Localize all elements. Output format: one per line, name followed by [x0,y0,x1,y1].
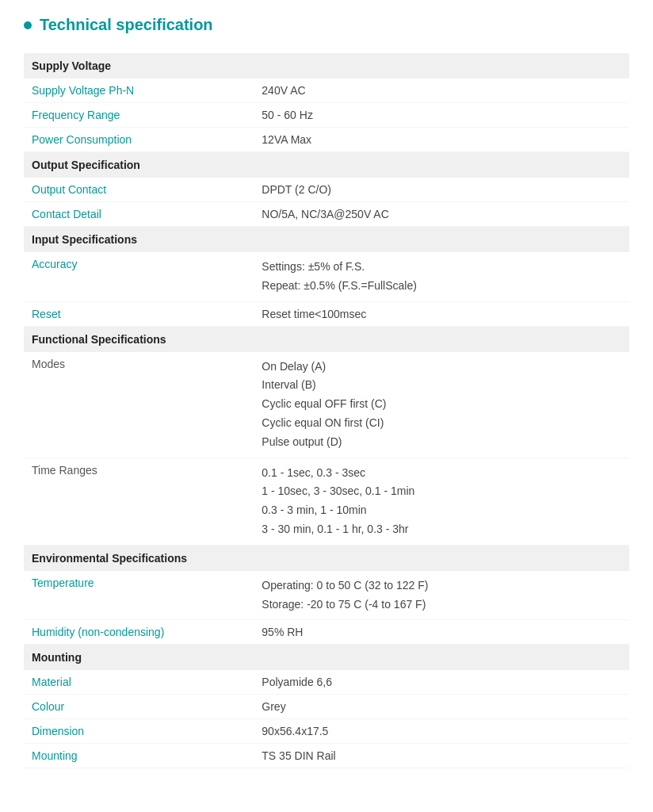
row-value-supply-voltage-2: 12VA Max [254,128,629,152]
row-label-output-specification-0: Output Contact [24,178,254,202]
value-line: Settings: ±5% of F.S. [262,258,621,277]
row-label-input-specifications-1: Reset [24,301,254,326]
section-header-supply-voltage: Supply Voltage [24,53,629,79]
row-label-environmental-specifications-1: Humidity (non-condensing) [24,620,254,645]
data-row-environmental-specifications-0: TemperatureOperating: 0 to 50 C (32 to 1… [24,571,629,620]
section-header-mounting: Mounting [24,645,629,671]
spec-table: Supply VoltageSupply Voltage Ph-N240V AC… [24,53,629,768]
row-label-supply-voltage-1: Frequency Range [24,103,254,128]
data-row-environmental-specifications-1: Humidity (non-condensing)95% RH [24,620,629,645]
section-header-environmental-specifications: Environmental Specifications [24,545,629,571]
row-value-input-specifications-1: Reset time<100msec [254,301,629,326]
section-header-output-specification: Output Specification [24,152,629,178]
row-value-mounting-1: Grey [254,695,629,719]
row-value-supply-voltage-0: 240V AC [254,79,629,103]
data-row-supply-voltage-1: Frequency Range50 - 60 Hz [24,103,629,128]
row-value-mounting-2: 90x56.4x17.5 [254,719,629,744]
row-label-mounting-3: Mounting [24,744,254,768]
row-value-mounting-3: TS 35 DIN Rail [254,744,629,768]
data-row-input-specifications-0: AccuracySettings: ±5% of F.S.Repeat: ±0.… [24,252,629,301]
value-line: Cyclic equal OFF first (C) [262,395,621,414]
section-header-label-mounting: Mounting [24,645,629,671]
data-row-supply-voltage-2: Power Consumption12VA Max [24,128,629,152]
section-header-functional-specifications: Functional Specifications [24,326,629,352]
data-row-output-specification-0: Output ContactDPDT (2 C/O) [24,178,629,202]
value-line: Repeat: ±0.5% (F.S.=FullScale) [262,277,621,296]
row-value-supply-voltage-1: 50 - 60 Hz [254,103,629,128]
value-line: Storage: -20 to 75 C (-4 to 167 F) [262,596,621,615]
data-row-mounting-0: MaterialPolyamide 6,6 [24,670,629,695]
value-line: 0.3 - 3 min, 1 - 10min [262,501,621,520]
row-value-output-specification-0: DPDT (2 C/O) [254,178,629,202]
row-label-functional-specifications-1: Time Ranges [24,458,254,545]
row-label-supply-voltage-0: Supply Voltage Ph-N [24,79,254,103]
row-value-functional-specifications-1: 0.1 - 1sec, 0.3 - 3sec1 - 10sec, 3 - 30s… [254,458,629,545]
row-label-mounting-0: Material [24,670,254,695]
row-value-output-specification-1: NO/5A, NC/3A@250V AC [254,202,629,227]
section-header-input-specifications: Input Specifications [24,227,629,253]
section-header-label-output-specification: Output Specification [24,152,629,178]
value-line: 1 - 10sec, 3 - 30sec, 0.1 - 1min [262,482,621,501]
row-value-input-specifications-0: Settings: ±5% of F.S.Repeat: ±0.5% (F.S.… [254,252,629,301]
section-header-label-supply-voltage: Supply Voltage [24,53,629,79]
data-row-mounting-2: Dimension90x56.4x17.5 [24,719,629,744]
data-row-functional-specifications-1: Time Ranges0.1 - 1sec, 0.3 - 3sec1 - 10s… [24,458,629,545]
value-line: 3 - 30 min, 0.1 - 1 hr, 0.3 - 3hr [262,520,621,539]
row-label-mounting-1: Colour [24,695,254,719]
value-line: Cyclic equal ON first (CI) [262,414,621,433]
row-label-functional-specifications-0: Modes [24,352,254,458]
value-line: On Delay (A) [262,358,621,377]
value-line: Interval (B) [262,376,621,395]
row-label-input-specifications-0: Accuracy [24,252,254,301]
value-line: 0.1 - 1sec, 0.3 - 3sec [262,464,621,483]
row-value-environmental-specifications-0: Operating: 0 to 50 C (32 to 122 F)Storag… [254,571,629,620]
section-header-label-input-specifications: Input Specifications [24,227,629,253]
data-row-functional-specifications-0: ModesOn Delay (A)Interval (B)Cyclic equa… [24,352,629,458]
row-label-output-specification-1: Contact Detail [24,202,254,227]
row-value-environmental-specifications-1: 95% RH [254,620,629,645]
section-header-label-functional-specifications: Functional Specifications [24,326,629,352]
row-label-environmental-specifications-0: Temperature [24,571,254,620]
page-title: Technical specification [40,16,213,34]
value-line: Operating: 0 to 50 C (32 to 122 F) [262,576,621,596]
data-row-input-specifications-1: ResetReset time<100msec [24,301,629,326]
row-label-mounting-2: Dimension [24,719,254,744]
data-row-mounting-1: ColourGrey [24,695,629,719]
data-row-supply-voltage-0: Supply Voltage Ph-N240V AC [24,79,629,103]
row-value-mounting-0: Polyamide 6,6 [254,670,629,695]
bullet-icon [24,21,32,29]
value-line: Pulse output (D) [262,433,621,452]
section-header-label-environmental-specifications: Environmental Specifications [24,545,629,571]
data-row-output-specification-1: Contact DetailNO/5A, NC/3A@250V AC [24,202,629,227]
row-label-supply-voltage-2: Power Consumption [24,128,254,152]
row-value-functional-specifications-0: On Delay (A)Interval (B)Cyclic equal OFF… [254,352,629,458]
data-row-mounting-3: MountingTS 35 DIN Rail [24,744,629,768]
page-header: Technical specification [24,16,629,34]
